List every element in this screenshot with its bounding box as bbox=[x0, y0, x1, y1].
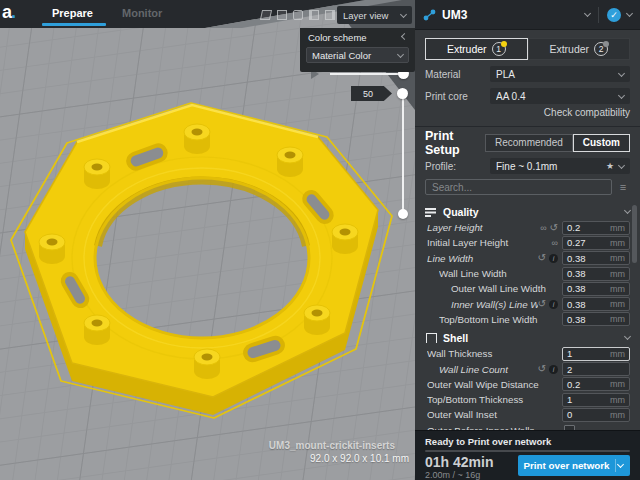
setting-value: 0.38 bbox=[567, 299, 610, 310]
star-icon[interactable]: ★ bbox=[606, 161, 614, 171]
layer-slider-upper-handle[interactable] bbox=[397, 88, 408, 99]
setting-row[interactable]: Outer Wall Inset 0 mm bbox=[415, 407, 640, 422]
collapse-icon[interactable] bbox=[401, 33, 408, 40]
layer-slider-track[interactable] bbox=[402, 93, 404, 214]
setting-icons: ↺ i bbox=[538, 364, 558, 374]
setting-unit: mm bbox=[610, 269, 625, 279]
revert-icon[interactable]: ↺ bbox=[538, 253, 546, 263]
chevron-down-icon bbox=[400, 10, 407, 17]
info-icon[interactable]: i bbox=[549, 365, 558, 374]
setting-label: Wall Thickness bbox=[427, 348, 558, 359]
setting-value-box[interactable]: 0 mm bbox=[562, 408, 630, 422]
setting-label: Inner Wall(s) Line Width bbox=[451, 299, 538, 310]
setting-value-box[interactable]: 2 bbox=[562, 362, 630, 376]
revert-icon[interactable]: ↺ bbox=[550, 223, 558, 233]
setting-value-box[interactable]: 0.38 mm bbox=[562, 282, 630, 296]
setting-value: 0.38 bbox=[567, 283, 610, 294]
setting-label: Line Width bbox=[427, 253, 538, 264]
view-right-icon[interactable] bbox=[325, 10, 335, 20]
search-input[interactable] bbox=[425, 179, 612, 195]
material-estimate: 2.00m / ~ 16g bbox=[425, 470, 480, 480]
simulation-slider-track[interactable] bbox=[330, 73, 404, 75]
setting-row[interactable]: Wall Thickness 1 mm bbox=[415, 346, 640, 361]
setting-icons: ∞ ↺ bbox=[540, 223, 558, 233]
setting-row[interactable]: Top/Bottom Line Width 0.38 mm bbox=[415, 312, 640, 327]
setting-value-box[interactable]: 1 mm bbox=[562, 347, 630, 361]
setting-row[interactable]: Initial Layer Height ∞ 0.27 mm bbox=[415, 235, 640, 250]
settings-section-header[interactable]: Quality bbox=[415, 203, 640, 220]
setting-value: 0.2 bbox=[567, 379, 610, 390]
view-mode-dropdown[interactable]: Layer view bbox=[337, 6, 412, 24]
info-icon[interactable]: i bbox=[549, 300, 558, 309]
recommended-mode-button[interactable]: Recommended bbox=[485, 134, 573, 152]
setting-icons: ↺ i bbox=[538, 253, 558, 263]
chevron-down-icon bbox=[618, 161, 625, 168]
chevron-down-icon bbox=[624, 333, 631, 340]
printer-selector[interactable]: UM3 ✓ bbox=[415, 0, 640, 30]
camera-view-toolbar bbox=[261, 10, 335, 20]
setting-value-box[interactable]: 0.38 mm bbox=[562, 297, 630, 311]
setting-value-box[interactable]: 0.27 mm bbox=[562, 236, 630, 250]
extruder-tabs: Extruder 1 Extruder 2 bbox=[425, 38, 630, 60]
tab-prepare[interactable]: Prepare bbox=[52, 7, 93, 19]
setting-unit: mm bbox=[610, 238, 625, 248]
time-estimate: 01h 42min bbox=[425, 454, 493, 470]
revert-icon[interactable]: ↺ bbox=[538, 299, 546, 309]
print-core-dropdown[interactable]: AA 0.4 bbox=[490, 88, 630, 104]
sidebar-panel: UM3 ✓ Extruder 1 Extruder 2 Material PLA… bbox=[415, 0, 640, 480]
network-printer-icon bbox=[423, 9, 436, 21]
setting-value: 0.27 bbox=[567, 237, 610, 248]
settings-list-wrap[interactable]: Quality Layer Height ∞ ↺ 0.2 mm Initial … bbox=[415, 201, 640, 430]
check-compatibility-link[interactable]: Check compatibility bbox=[544, 107, 630, 118]
hole-rim bbox=[95, 178, 309, 338]
setting-label: Top/Bottom Line Width bbox=[439, 314, 558, 325]
setting-row[interactable]: Inner Wall(s) Line Width ↺ i 0.38 mm bbox=[415, 296, 640, 311]
setting-unit: mm bbox=[610, 395, 625, 405]
profile-dropdown[interactable]: Fine ~ 0.1mm ★ bbox=[490, 158, 630, 174]
setting-label: Outer Wall Line Width bbox=[451, 283, 558, 294]
setting-value-box[interactable]: 0.38 mm bbox=[562, 312, 630, 326]
setting-row[interactable]: Wall Line Count ↺ i 2 bbox=[415, 361, 640, 376]
cura-logo: a. bbox=[2, 2, 15, 23]
setting-value-box[interactable]: 1 mm bbox=[562, 393, 630, 407]
view-top-icon[interactable] bbox=[293, 10, 303, 20]
revert-icon[interactable]: ↺ bbox=[538, 364, 546, 374]
extruder-1-badge: 1 bbox=[492, 42, 506, 56]
setting-visibility-menu-icon[interactable]: ≡ bbox=[616, 181, 630, 193]
setting-value-box[interactable]: 0.2 mm bbox=[562, 221, 630, 235]
setting-row[interactable]: Layer Height ∞ ↺ 0.2 mm bbox=[415, 220, 640, 235]
material-dropdown[interactable]: PLA bbox=[490, 66, 630, 82]
tab-monitor[interactable]: Monitor bbox=[122, 7, 162, 19]
custom-mode-button[interactable]: Custom bbox=[573, 134, 630, 152]
chevron-down-icon[interactable] bbox=[617, 461, 624, 468]
setting-value-box[interactable]: 0.38 mm bbox=[562, 251, 630, 265]
tab-extruder-2[interactable]: Extruder 2 bbox=[528, 38, 631, 60]
print-over-network-button[interactable]: Print over network bbox=[518, 455, 630, 476]
info-icon[interactable]: i bbox=[549, 254, 558, 263]
setting-value-box[interactable]: 0.2 mm bbox=[562, 377, 630, 391]
setting-row[interactable]: Line Width ↺ i 0.38 mm bbox=[415, 251, 640, 266]
setting-label: Wall Line Width bbox=[439, 268, 558, 279]
chevron-down-icon bbox=[584, 10, 591, 17]
color-scheme-dropdown[interactable]: Material Color bbox=[306, 47, 409, 63]
setting-row[interactable]: Outer Wall Line Width 0.38 mm bbox=[415, 281, 640, 296]
chevron-down-icon[interactable] bbox=[626, 10, 633, 17]
view-front-icon[interactable] bbox=[277, 10, 287, 20]
profile-label: Profile: bbox=[425, 161, 490, 172]
setting-row[interactable]: Wall Line Width 0.38 mm bbox=[415, 266, 640, 281]
chevron-down-icon bbox=[618, 91, 625, 98]
layer-slider-lower-handle[interactable] bbox=[398, 209, 408, 219]
tab-extruder-1[interactable]: Extruder 1 bbox=[425, 38, 528, 60]
settings-section-header[interactable]: Shell bbox=[415, 329, 640, 346]
chevron-down-icon bbox=[618, 69, 625, 76]
divider bbox=[615, 459, 616, 472]
setting-row[interactable]: Top/Bottom Thickness 1 mm bbox=[415, 392, 640, 407]
setting-row[interactable]: Outer Wall Wipe Distance 0.2 mm bbox=[415, 377, 640, 392]
view-3d-icon[interactable] bbox=[260, 10, 272, 20]
view-left-icon[interactable] bbox=[309, 10, 319, 20]
material-color-dot bbox=[603, 41, 609, 47]
viewport-3d[interactable]: a. Prepare Monitor Layer view Color sche… bbox=[0, 0, 415, 480]
setting-row[interactable]: Outer Before Inner Walls bbox=[415, 423, 640, 430]
setting-value-box[interactable]: 0.38 mm bbox=[562, 267, 630, 281]
scrollbar-thumb[interactable] bbox=[632, 205, 637, 263]
